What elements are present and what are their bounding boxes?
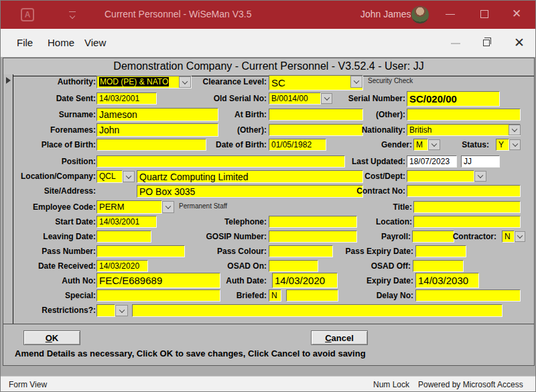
old-serial-chevron-down-icon[interactable] xyxy=(321,93,332,104)
security-check-label: Security Check xyxy=(368,77,413,84)
leaving-date-field[interactable] xyxy=(96,231,151,243)
location-code-chevron-down-icon[interactable] xyxy=(123,171,135,182)
access-app-icon[interactable]: A xyxy=(21,8,34,21)
old-serial-no-label: Old Serial No: xyxy=(193,94,267,103)
location-field[interactable] xyxy=(413,216,521,228)
osad-on-field[interactable] xyxy=(269,260,318,272)
auth-no-label: Auth No: xyxy=(10,276,96,285)
date-sent-field[interactable]: 14/03/2001 xyxy=(96,92,157,105)
payroll-label: Payroll: xyxy=(352,232,411,241)
ribbon-restore-icon[interactable] xyxy=(483,40,490,46)
ok-button[interactable]: OK xyxy=(23,330,80,345)
menu-file[interactable]: File xyxy=(17,37,33,48)
nationality-chevron-down-icon[interactable] xyxy=(509,125,521,135)
form-frame: Demonstration Company - Current Personne… xyxy=(3,58,535,366)
forenames-label: Forenames: xyxy=(10,125,96,135)
window-title: Current Personnel - WiSeMan V3.5 xyxy=(105,9,251,19)
cost-dept-combo[interactable] xyxy=(407,170,474,182)
location-label: Location: xyxy=(338,217,412,226)
last-updated-field[interactable]: 18/07/2023 xyxy=(407,155,457,168)
restrictions-label: Restrictions?: xyxy=(10,306,96,315)
authority-chevron-down-icon[interactable] xyxy=(179,76,191,88)
serial-number-field[interactable]: SC/020/00 xyxy=(407,91,500,107)
view-mode-status: Form View xyxy=(9,380,47,389)
briefed-label: Briefed: xyxy=(193,291,267,300)
title-field[interactable] xyxy=(413,201,521,213)
at-birth-label: At Birth: xyxy=(193,110,267,119)
address-field[interactable]: PO Box 3035 xyxy=(137,185,363,198)
app-window: A Current Personnel - WiSeMan V3.5 John … xyxy=(0,0,536,392)
expiry-date-field[interactable]: 14/03/2030 xyxy=(415,273,479,288)
gosip-number-field[interactable] xyxy=(269,231,357,243)
auth-date-field[interactable]: 14/03/2020 xyxy=(272,273,338,288)
osad-off-field[interactable] xyxy=(413,260,464,272)
menu-home[interactable]: Home xyxy=(48,37,74,48)
user-avatar[interactable] xyxy=(411,5,429,24)
ribbon-minimize-icon[interactable] xyxy=(451,43,460,44)
cost-dept-chevron-down-icon[interactable] xyxy=(474,171,486,182)
restrictions-text-field[interactable] xyxy=(132,304,503,317)
osad-off-label: OSAD Off: xyxy=(336,261,411,271)
cancel-button[interactable]: Cancel xyxy=(311,330,368,345)
start-date-field[interactable]: 14/03/2001 xyxy=(96,216,157,228)
authority-combo[interactable]: MOD (PE) & NATO xyxy=(96,76,192,88)
title-bar: A Current Personnel - WiSeMan V3.5 John … xyxy=(1,1,536,29)
date-of-birth-field[interactable]: 01/05/1982 xyxy=(269,139,326,151)
date-received-label: Date Received: xyxy=(10,261,96,271)
expiry-date-label: Expiry Date: xyxy=(336,276,413,285)
updated-by-field[interactable]: JJ xyxy=(461,155,500,168)
place-of-birth-field[interactable] xyxy=(96,139,206,151)
date-of-birth-label: Date of Birth: xyxy=(193,140,267,149)
powered-by-status: Powered by Microsoft Access xyxy=(418,380,523,389)
position-field[interactable] xyxy=(96,155,345,168)
last-updated-label: Last Updated: xyxy=(332,157,405,166)
serial-number-label: Serial Number: xyxy=(332,94,405,103)
ribbon-close-icon[interactable]: ✕ xyxy=(514,35,525,50)
authority-selected-text: MOD (PE) & NATO xyxy=(99,77,169,86)
special-label: Special: xyxy=(10,291,96,300)
clearance-level-combo[interactable]: SC xyxy=(269,75,363,90)
employee-code-combo[interactable]: PERM xyxy=(96,200,162,214)
restrictions-chevron-down-icon[interactable] xyxy=(115,305,128,316)
clearance-level-label: Clearance Level: xyxy=(193,77,267,86)
location-company-label: Location/Company: xyxy=(10,172,96,181)
contractor-combo[interactable]: N xyxy=(502,231,515,243)
menu-view[interactable]: View xyxy=(84,37,106,48)
auth-date-label: Auth Date: xyxy=(193,276,267,285)
pass-expiry-date-label: Pass Expiry Date: xyxy=(336,247,413,256)
nationality-label: Nationality: xyxy=(332,125,405,135)
title-label: Title: xyxy=(338,202,412,212)
minimize-icon[interactable] xyxy=(446,14,455,15)
contractor-label: Contractor: xyxy=(439,232,496,241)
gender-chevron-down-icon[interactable] xyxy=(428,139,440,150)
company-field[interactable]: Quartz Computing Limited xyxy=(137,170,363,183)
close-icon[interactable]: ✕ xyxy=(512,7,521,21)
quick-access-dropdown-icon[interactable] xyxy=(69,11,76,17)
clearance-chevron-down-icon[interactable] xyxy=(350,76,362,88)
date-received-field[interactable]: 14/03/2020 xyxy=(96,260,148,272)
briefed-extra-field[interactable] xyxy=(286,289,338,302)
status-combo[interactable]: Y xyxy=(496,139,509,151)
gender-combo[interactable]: M xyxy=(413,139,428,151)
maximize-icon[interactable] xyxy=(480,10,488,18)
pass-colour-field[interactable] xyxy=(269,245,333,257)
nationality-combo[interactable]: British xyxy=(407,124,521,136)
status-chevron-down-icon[interactable] xyxy=(509,139,521,150)
briefed-field[interactable]: N xyxy=(269,289,281,302)
old-serial-no-combo[interactable]: B/0014/00 xyxy=(269,92,321,105)
cost-dept-label: Cost/Dept: xyxy=(332,172,405,181)
location-code-combo[interactable]: QCL xyxy=(96,170,123,183)
pass-expiry-date-field[interactable] xyxy=(415,245,466,257)
status-bar: Form View Num Lock Powered by Microsoft … xyxy=(1,376,536,392)
restrictions-combo[interactable] xyxy=(96,304,115,317)
pass-number-field[interactable] xyxy=(96,245,185,257)
authority-label: Authority: xyxy=(10,77,96,86)
delay-no-field[interactable] xyxy=(415,289,521,302)
contract-no-field[interactable] xyxy=(407,185,521,197)
form-title: Demonstration Company - Current Personne… xyxy=(3,58,534,76)
employee-code-chevron-down-icon[interactable] xyxy=(162,201,174,213)
pass-number-label: Pass Number: xyxy=(10,247,96,256)
contractor-chevron-down-icon[interactable] xyxy=(515,231,525,242)
other1-field[interactable] xyxy=(407,109,521,121)
num-lock-status: Num Lock xyxy=(373,380,409,389)
